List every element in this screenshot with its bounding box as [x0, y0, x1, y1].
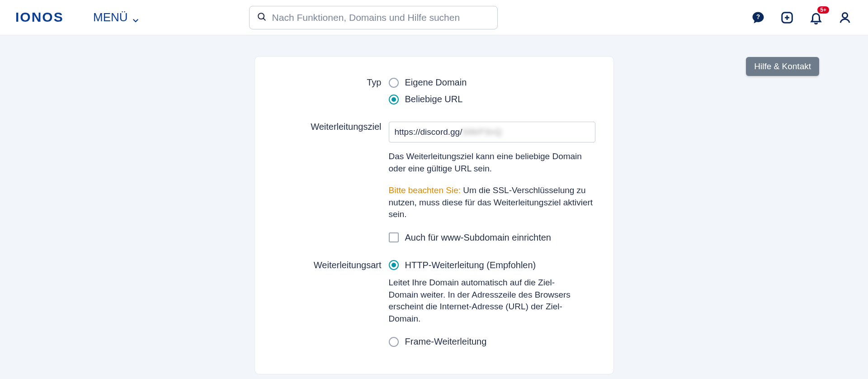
warning-text: Bitte beachten Sie: Um die SSL-Verschlüs…	[389, 185, 595, 221]
svg-text:IONOS: IONOS	[15, 11, 64, 24]
radio-own-domain[interactable]: Eigene Domain	[389, 77, 595, 88]
radio-icon	[389, 78, 399, 88]
search-field[interactable]	[249, 6, 498, 29]
field-label-target: Weiterleitungsziel	[273, 122, 382, 243]
field-label-type: Typ	[273, 77, 382, 104]
search-icon	[257, 12, 267, 24]
radio-any-url[interactable]: Beliebige URL	[389, 94, 595, 104]
menu-button[interactable]: MENÜ	[93, 10, 140, 24]
radio-icon	[389, 260, 399, 270]
radio-http-redirect[interactable]: HTTP-Weiterleitung (Empfohlen)	[389, 260, 595, 270]
warning-prefix: Bitte beachten Sie:	[389, 185, 461, 195]
svg-text:?: ?	[756, 13, 760, 20]
help-text: Das Weiterleitungsziel kann eine beliebi…	[389, 151, 595, 175]
help-chat-icon[interactable]: ?	[750, 10, 766, 25]
add-icon[interactable]	[779, 10, 795, 25]
settings-card: Typ Eigene Domain Beliebige URL Weiterle…	[255, 56, 614, 374]
svg-line-2	[263, 18, 265, 20]
radio-label: Beliebige URL	[405, 94, 463, 104]
search-input[interactable]	[272, 12, 490, 23]
user-icon[interactable]	[837, 10, 853, 25]
bell-icon[interactable]: 5+	[808, 10, 824, 25]
radio-icon	[389, 95, 399, 104]
radio-label: Eigene Domain	[405, 77, 467, 88]
checkbox-icon	[389, 232, 399, 242]
radio-label: HTTP-Weiterleitung (Empfohlen)	[405, 260, 536, 270]
target-url-input[interactable]	[389, 122, 595, 142]
logo[interactable]: IONOS	[15, 11, 79, 24]
help-contact-button[interactable]: Hilfe & Kontakt	[746, 57, 819, 76]
checkbox-label: Auch für www-Subdomain einrichten	[405, 232, 552, 243]
svg-point-1	[258, 13, 264, 19]
radio-label: Frame-Weiterleitung	[405, 336, 487, 347]
field-label-method: Weiterleitungsart	[273, 260, 382, 347]
svg-point-7	[842, 13, 847, 18]
header-actions: ? 5+	[750, 10, 853, 25]
help-text: Leitet Ihre Domain automatisch auf die Z…	[389, 277, 583, 325]
app-header: IONOS MENÜ ? 5+	[0, 0, 868, 35]
menu-label: MENÜ	[93, 10, 128, 24]
www-subdomain-checkbox[interactable]: Auch für www-Subdomain einrichten	[389, 232, 595, 243]
chevron-down-icon	[132, 14, 140, 22]
notification-badge: 5+	[817, 6, 829, 14]
radio-icon	[389, 337, 399, 347]
radio-frame-redirect[interactable]: Frame-Weiterleitung	[389, 336, 595, 347]
